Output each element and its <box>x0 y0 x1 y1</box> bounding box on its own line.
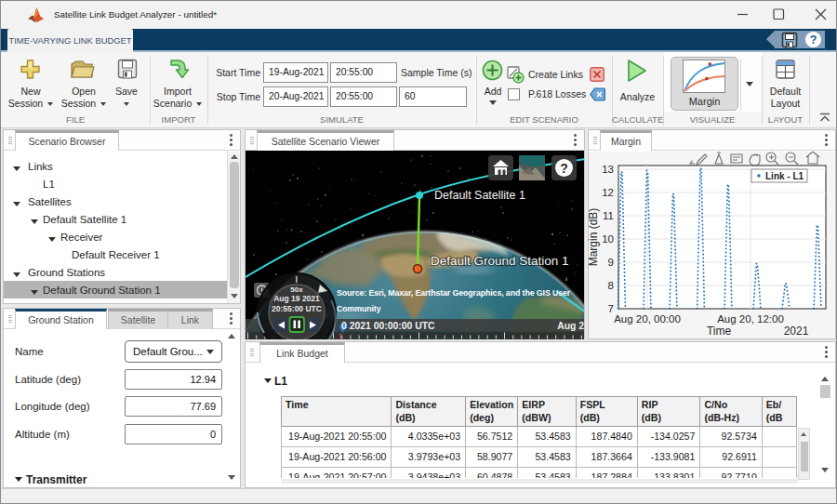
svg-text:Community: Community <box>337 304 381 313</box>
svg-text:Aug 19 2021: Aug 19 2021 <box>273 294 320 303</box>
svg-text:Default Satellite 1: Default Satellite 1 <box>434 189 525 202</box>
svg-text:?: ? <box>560 161 568 176</box>
svg-text:12: 12 <box>602 187 614 198</box>
svg-text:Default Ground Station 1: Default Ground Station 1 <box>431 254 569 268</box>
svg-text:11: 11 <box>603 210 614 221</box>
svg-text:50x: 50x <box>290 285 303 294</box>
svg-text:20:55:00 UTC: 20:55:00 UTC <box>272 304 322 313</box>
svg-text:10: 10 <box>602 233 614 245</box>
svg-text:13: 13 <box>602 164 614 175</box>
svg-text:Aug 20, 12:00: Aug 20, 12:00 <box>717 313 784 325</box>
svg-text:7: 7 <box>608 303 614 314</box>
svg-text:2021: 2021 <box>784 325 809 338</box>
svg-text:Link - L1: Link - L1 <box>765 171 804 181</box>
svg-text:Source: Esri, Maxar, Earthstar: Source: Esri, Maxar, Earthstar Geographi… <box>337 288 571 298</box>
svg-text:Time: Time <box>707 325 732 338</box>
svg-text:?: ? <box>810 33 817 46</box>
svg-text:Aug 2: Aug 2 <box>557 321 584 331</box>
svg-text:0 2021 00:00:00 UTC: 0 2021 00:00:00 UTC <box>341 321 435 331</box>
svg-text:Margin (dB): Margin (dB) <box>589 208 600 267</box>
svg-text:9: 9 <box>608 257 614 268</box>
svg-text:8: 8 <box>608 280 614 291</box>
svg-text:Aug 20, 00:00: Aug 20, 00:00 <box>614 313 681 325</box>
